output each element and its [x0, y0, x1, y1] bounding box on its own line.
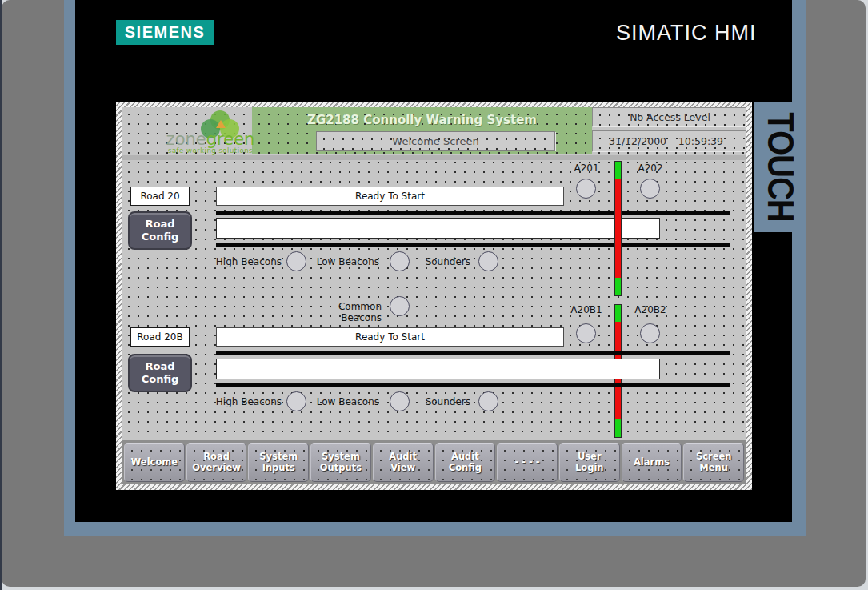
device-chassis: SIEMENS SIMATIC HMI TOUCH ZG2188 Connoll… — [0, 0, 868, 590]
nav-bar: Welcome Road Overview System Inputs Syst… — [122, 440, 746, 484]
road20b-config-button[interactable]: Road Config — [128, 354, 192, 392]
annunciator-a202-indicator — [640, 179, 660, 199]
road20-low-beacons-label: Low Beacons — [307, 256, 379, 267]
signal-bar-segment — [615, 305, 621, 322]
touch-badge-text: TOUCH — [760, 112, 802, 221]
road20-name-box: Road 20 — [130, 187, 190, 206]
road20-status-box: Ready To Start — [216, 187, 564, 206]
road20-track-line-top — [216, 211, 730, 215]
logo-triangle-icon — [216, 120, 226, 128]
signal-bar-segment — [615, 179, 621, 278]
road20b-high-beacons-label: High Beacons — [210, 396, 282, 407]
access-level-field: No Access Level — [592, 107, 746, 126]
road20-signal-bar — [614, 161, 622, 296]
road20b-status-box: Ready To Start — [216, 327, 564, 347]
signal-bar-segment — [615, 419, 621, 437]
time-text: 10:59:39 — [678, 135, 723, 147]
nav-user-login-button[interactable]: User Login — [559, 443, 620, 482]
hmi-screen: ZG2188 Connolly Warning System Welcome S… — [116, 102, 752, 490]
annunciator-a201-indicator — [576, 179, 596, 199]
hmi-screen-content: ZG2188 Connolly Warning System Welcome S… — [122, 107, 746, 484]
siemens-logo-text: SIEMENS — [125, 23, 206, 42]
road20b-message-box — [216, 359, 660, 379]
screen-name-field: Welcome Screen — [316, 131, 555, 151]
annunciator-a202-label: A202 — [630, 163, 670, 174]
road20b-track-line-top — [216, 351, 730, 355]
nav-screen-menu-button[interactable]: Screen Menu — [683, 443, 744, 482]
signal-bar-segment — [615, 162, 621, 179]
simatic-hmi-label: SIMATIC HMI — [616, 21, 776, 48]
road20-track-line-bottom — [216, 243, 730, 247]
road20-sounders-indicator — [478, 251, 498, 271]
annunciator-a20b1-label: A20B1 — [566, 304, 606, 315]
zonegreen-tagline: safe working solutions — [150, 146, 270, 155]
annunciator-a20b2-indicator — [640, 323, 660, 343]
road20-high-beacons-indicator — [286, 251, 306, 271]
nav-audit-config-button[interactable]: Audit Config — [435, 443, 496, 482]
annunciator-a201-label: A201 — [566, 163, 606, 174]
nav-system-inputs-button[interactable]: System Inputs — [248, 443, 309, 482]
road20b-sounders-label: Sounders — [398, 396, 470, 407]
road20-message-box — [216, 218, 660, 239]
road20b-name-box: Road 20B — [130, 327, 190, 347]
nav-road-overview-button[interactable]: Road Overview — [186, 443, 247, 482]
system-title: ZG2188 Connolly Warning System — [252, 113, 592, 127]
siemens-logo: SIEMENS — [116, 20, 214, 45]
road20-config-button[interactable]: Road Config — [128, 211, 192, 250]
common-beacons-label: Common Beacons — [298, 301, 382, 323]
nav-system-outputs-button[interactable]: System Outputs — [310, 443, 371, 482]
signal-bar-segment — [615, 278, 621, 295]
common-beacons-indicator — [390, 296, 410, 316]
nav-alarms-button[interactable]: Alarms — [622, 443, 682, 482]
date-text: 31/12/2000 — [609, 135, 666, 147]
annunciator-a20b2-label: A20B2 — [630, 304, 670, 315]
nav-welcome-button[interactable]: Welcome — [124, 443, 185, 482]
road20b-sounders-indicator — [478, 391, 498, 411]
header-separator — [122, 155, 746, 160]
zonegreen-logo-icon: zonegreen safe working solutions — [146, 108, 274, 155]
datetime-field: 31/12/2000 10:59:39 — [592, 130, 746, 151]
screen-name-text: Welcome Screen — [392, 135, 478, 147]
nav-audit-view-button[interactable]: Audit View — [373, 443, 434, 482]
road20-sounders-label: Sounders — [398, 256, 470, 267]
road20b-track-line-bottom — [216, 383, 730, 387]
annunciator-a20b1-indicator — [576, 323, 596, 343]
nav-spare-button[interactable]: - - - - — [497, 443, 558, 482]
touch-badge: TOUCH — [754, 102, 806, 232]
road20b-low-beacons-label: Low Beacons — [307, 396, 379, 407]
road20b-high-beacons-indicator — [286, 391, 306, 411]
road20-high-beacons-label: High Beacons — [210, 256, 282, 267]
access-level-text: No Access Level — [630, 111, 710, 123]
